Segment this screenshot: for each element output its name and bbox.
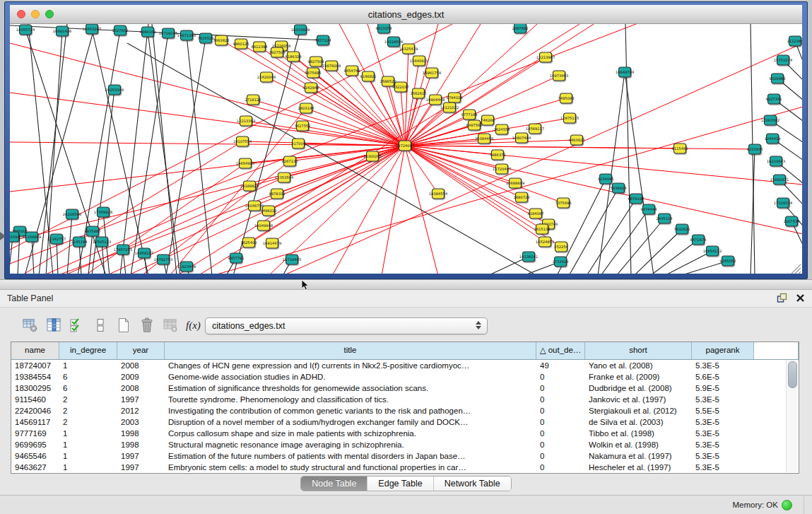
close-panel-icon[interactable] [796, 293, 805, 303]
column-header[interactable]: title [165, 342, 536, 359]
network-node[interactable]: 2718126 [245, 95, 261, 105]
table-row[interactable]: 969969511998Structural magnetic resonanc… [11, 439, 799, 450]
tab-edge-table[interactable]: Edge Table [367, 477, 433, 491]
table-row[interactable]: 946362711997Embryonic stem cells: a mode… [11, 462, 799, 473]
network-node[interactable]: 317004 [291, 139, 306, 148]
network-node[interactable]: 7615526 [197, 33, 213, 43]
column-header[interactable]: pagerank [692, 342, 754, 359]
network-node[interactable]: 1234095 [597, 174, 613, 184]
network-node[interactable]: 9777169 [461, 110, 477, 119]
network-node[interactable]: 9242848 [302, 83, 319, 93]
network-node[interactable]: 19654985 [236, 158, 254, 168]
network-node[interactable]: 12353594 [275, 173, 294, 182]
network-node[interactable]: 20206506 [63, 209, 81, 219]
table-vertical-scrollbar[interactable] [786, 360, 798, 472]
table-row[interactable]: 1456911722003Disruption of a novel membe… [11, 416, 799, 428]
network-node[interactable]: 18325419 [399, 44, 418, 54]
network-node[interactable]: 9227341 [765, 94, 782, 104]
network-node[interactable]: 12093582 [761, 115, 779, 125]
delete-columns-icon[interactable] [161, 315, 180, 335]
network-node[interactable]: 7986372 [489, 150, 505, 160]
network-node[interactable]: 9115460 [671, 144, 688, 153]
network-node[interactable]: 16961758 [423, 68, 441, 78]
network-node[interactable]: 252254 [554, 242, 569, 252]
network-node[interactable]: 1733426 [552, 257, 568, 267]
table-selector-dropdown[interactable]: citations_edges.txt [205, 317, 488, 334]
network-node[interactable]: 9975887 [84, 226, 100, 236]
function-builder-icon[interactable]: f(x) [186, 320, 201, 332]
resize-grip-icon[interactable] [792, 264, 801, 274]
network-node[interactable]: 391594 [10, 232, 20, 242]
network-node[interactable]: 9860125 [233, 39, 249, 49]
column-header[interactable]: in_degree [59, 342, 117, 359]
network-node[interactable]: 10688609 [506, 178, 524, 188]
network-node[interactable]: 746266 [481, 115, 495, 125]
network-node[interactable]: 10653267 [83, 24, 101, 34]
column-header[interactable]: name [11, 342, 59, 359]
network-window[interactable]: citations_edges.txt [4, 1, 808, 279]
network-node[interactable]: 15751074 [774, 55, 793, 65]
table-row[interactable]: 2242004622012Investigating the contribut… [11, 405, 799, 416]
network-node[interactable]: 16648784 [616, 67, 635, 77]
network-node[interactable]: 1167534 [783, 216, 800, 226]
network-node[interactable]: 2803144 [298, 103, 314, 113]
network-node[interactable]: 16033809 [291, 25, 310, 35]
network-node[interactable]: 10719195 [159, 28, 177, 38]
network-node[interactable]: 7485063 [558, 93, 574, 103]
network-node[interactable]: 14671368 [177, 30, 196, 40]
network-node[interactable]: 3927505 [269, 47, 285, 57]
new-table-icon[interactable] [114, 315, 133, 335]
select-all-rows-icon[interactable] [68, 315, 86, 335]
network-node[interactable]: 15716485 [283, 255, 301, 264]
network-node[interactable]: 8813054 [375, 24, 392, 33]
network-node[interactable]: 9184067 [527, 209, 543, 218]
select-columns-icon[interactable] [45, 315, 63, 335]
network-node[interactable]: 6966160 [139, 27, 155, 37]
column-header[interactable]: △ out_de… [536, 342, 585, 359]
network-node[interactable]: 7625402 [240, 238, 257, 247]
network-node[interactable]: 8267130 [281, 156, 298, 166]
network-node[interactable]: 16210643 [767, 156, 785, 166]
table-row[interactable]: 977716911998Corpus callosum shape and si… [11, 428, 799, 439]
network-node[interactable]: 1615132 [534, 224, 550, 234]
network-node[interactable]: 8912394 [251, 42, 268, 52]
network-canvas[interactable]: 1405572420691406106532671527602696616010… [10, 24, 802, 274]
network-node[interactable]: 6794028 [446, 93, 462, 103]
table-settings-icon[interactable] [21, 315, 40, 335]
network-node[interactable]: 20053346 [105, 85, 124, 95]
network-node[interactable]: 9329966 [769, 74, 785, 83]
network-node[interactable]: 1527602 [112, 25, 128, 35]
column-header[interactable]: short [585, 342, 692, 359]
network-node[interactable]: 1244419 [764, 134, 780, 144]
network-node[interactable]: 3624554 [493, 124, 510, 134]
panel-collapse-arrow-icon[interactable] [0, 232, 6, 240]
network-node[interactable]: 6879197 [628, 194, 644, 204]
network-node[interactable]: 9498222 [260, 206, 276, 216]
network-node[interactable]: 1145194 [71, 237, 88, 247]
network-node[interactable]: 7663822 [213, 35, 229, 45]
network-node[interactable]: 1562615 [410, 88, 426, 98]
panel-divider[interactable] [0, 279, 812, 290]
network-node[interactable]: 19166825 [240, 181, 259, 191]
network-node[interactable]: 9245052 [719, 256, 736, 266]
network-node[interactable]: 9827508 [307, 57, 324, 66]
network-node[interactable]: 2588520 [379, 76, 396, 86]
network-node[interactable]: 9146821 [360, 71, 376, 81]
network-node[interactable]: 12975115 [560, 113, 579, 123]
network-window-titlebar[interactable]: citations_edges.txt [10, 5, 802, 24]
network-node[interactable]: 16914479 [263, 238, 281, 248]
unselect-rows-icon[interactable] [91, 315, 110, 335]
network-node[interactable]: 9474444 [640, 204, 657, 214]
float-panel-icon[interactable] [777, 293, 787, 303]
network-node[interactable]: 16524851 [536, 237, 554, 247]
network-node[interactable]: 12213967 [536, 52, 555, 62]
network-node[interactable]: 19384554 [429, 189, 448, 199]
network-node[interactable]: 15640910 [410, 56, 428, 66]
network-node[interactable]: 8454749 [343, 66, 360, 76]
network-node[interactable]: 10973493 [550, 71, 568, 81]
network-node[interactable]: 7632621 [673, 224, 690, 234]
network-node[interactable]: 8878332 [269, 189, 285, 199]
network-node[interactable]: 8186328 [285, 52, 301, 62]
network-node[interactable]: 19218506 [384, 37, 403, 47]
network-node[interactable]: 2935114 [656, 214, 673, 223]
